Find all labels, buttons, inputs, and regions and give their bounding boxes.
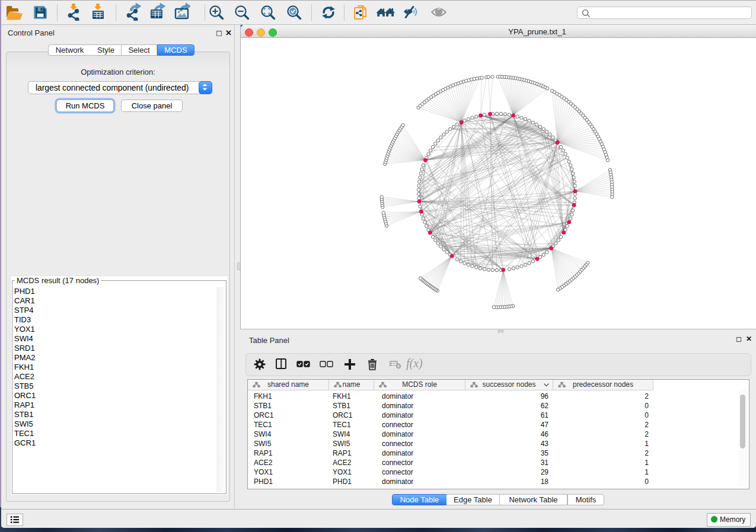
svg-text:f(x): f(x) [406, 358, 423, 370]
